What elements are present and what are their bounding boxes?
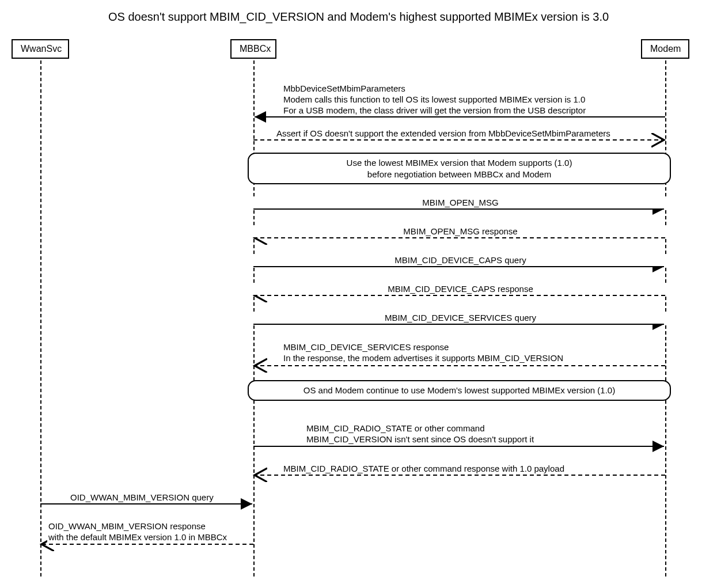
msg-svcs-resp: MBIM_CID_DEVICE_SERVICES response In the… <box>282 342 564 364</box>
sequence-diagram: OS doesn't support MBIM_CID_VERSION and … <box>0 0 717 588</box>
note-continue-lowest: OS and Modem continue to use Modem's low… <box>248 380 671 401</box>
msg-assert: Assert if OS doesn't support the extende… <box>275 128 612 139</box>
msg-caps-query: MBIM_CID_DEVICE_CAPS query <box>253 255 667 266</box>
msg-open-resp: MBIM_OPEN_MSG response <box>253 226 667 237</box>
lifeline-wwansvc <box>40 60 41 576</box>
note-use-lowest: Use the lowest MBIMEx version that Modem… <box>248 153 671 184</box>
participant-mbbcx: MBBCx <box>230 39 276 59</box>
msg-oid-query: OID_WWAN_MBIM_VERSION query <box>69 492 215 503</box>
msg-caps-resp: MBIM_CID_DEVICE_CAPS response <box>253 284 667 295</box>
msg-svcs-query: MBIM_CID_DEVICE_SERVICES query <box>253 313 667 324</box>
participant-wwansvc: WwanSvc <box>12 39 69 59</box>
msg-mbb-set-params: MbbDeviceSetMbimParameters Modem calls t… <box>282 84 587 116</box>
msg-radio-state: MBIM_CID_RADIO_STATE or other command MB… <box>305 423 535 445</box>
diagram-title: OS doesn't support MBIM_CID_VERSION and … <box>0 10 717 24</box>
msg-open: MBIM_OPEN_MSG <box>253 198 667 208</box>
msg-oid-resp: OID_WWAN_MBIM_VERSION response with the … <box>47 521 228 543</box>
msg-radio-resp: MBIM_CID_RADIO_STATE or other command re… <box>282 464 566 475</box>
participant-modem: Modem <box>641 39 689 59</box>
